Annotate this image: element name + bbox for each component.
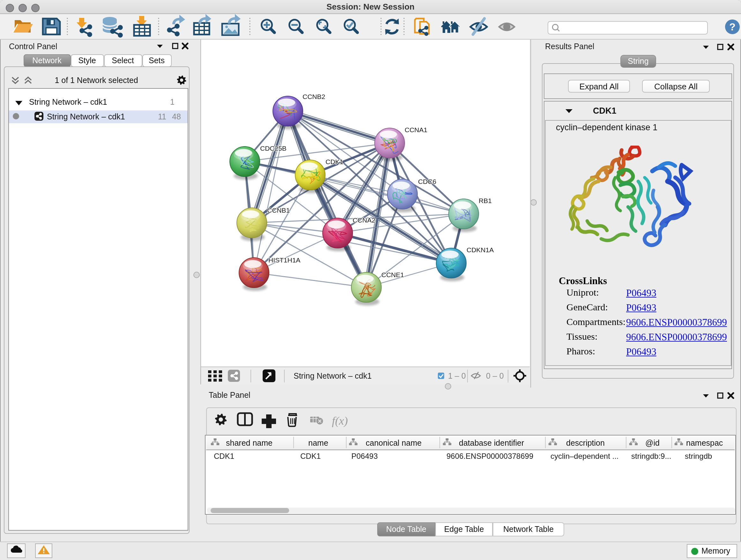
svg-text:CCNA2: CCNA2	[353, 216, 375, 224]
svg-text:RB1: RB1	[479, 197, 492, 204]
svg-text:String Network – cdk1: String Network – cdk1	[293, 371, 372, 380]
svg-text:CDKN1A: CDKN1A	[467, 246, 494, 253]
svg-text:HIST1H1A: HIST1H1A	[268, 256, 300, 264]
svg-text:?: ?	[729, 21, 736, 33]
svg-text:CDK1: CDK1	[214, 451, 234, 460]
svg-text:f(x): f(x)	[332, 415, 348, 427]
svg-text:CCNB1: CCNB1	[267, 206, 290, 214]
svg-text:CDC6: CDC6	[418, 178, 436, 185]
svg-text:CCNA1: CCNA1	[405, 126, 427, 133]
svg-text:shared name: shared name	[226, 438, 273, 447]
svg-text:0 – 0: 0 – 0	[486, 371, 504, 380]
svg-text:CDC25B: CDC25B	[260, 145, 286, 152]
svg-text:stringdb: stringdb	[685, 451, 712, 460]
svg-text:CCNB2: CCNB2	[302, 93, 325, 100]
svg-text:CDK1: CDK1	[300, 451, 321, 460]
svg-text:canonical name: canonical name	[366, 438, 421, 447]
svg-text:1 – 0: 1 – 0	[448, 371, 466, 380]
svg-text:description: description	[566, 438, 605, 447]
svg-text:CCNE1: CCNE1	[381, 271, 404, 278]
svg-text:stringdb:9...: stringdb:9...	[631, 451, 671, 460]
svg-text:CDK1: CDK1	[326, 158, 343, 165]
svg-text:cyclin–dependent ...: cyclin–dependent ...	[550, 451, 618, 460]
svg-text:9606.ENSP00000378699: 9606.ENSP00000378699	[447, 451, 533, 460]
svg-text:P06493: P06493	[351, 451, 378, 460]
svg-text:@id: @id	[645, 438, 660, 447]
svg-text:namespac: namespac	[686, 438, 723, 447]
svg-text:database identifier: database identifier	[459, 438, 524, 447]
svg-text:name: name	[308, 438, 328, 447]
